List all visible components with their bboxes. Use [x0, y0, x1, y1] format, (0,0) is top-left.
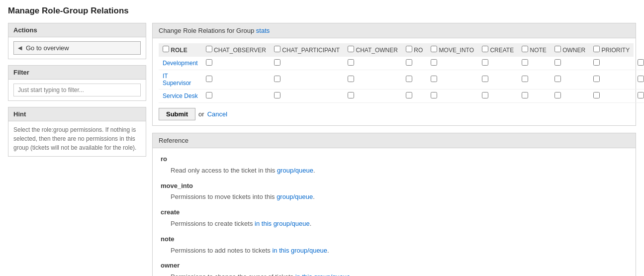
col-priority-checkbox[interactable]	[593, 46, 600, 52]
perm-cell-chat_observer	[270, 70, 344, 90]
perm-checkbox-service-desk-create[interactable]	[522, 92, 528, 98]
perm-cell-create	[518, 70, 551, 90]
or-text: or	[198, 110, 204, 118]
perm-checkbox-development-ro[interactable]	[431, 59, 437, 66]
role-link[interactable]: IT Supervisor	[163, 73, 191, 87]
perm-checkbox-development-chat_observer[interactable]	[274, 59, 280, 66]
col-chat-observer-checkbox[interactable]	[206, 46, 212, 52]
perm-checkbox-development-priority[interactable]	[638, 59, 644, 66]
perm-checkbox-it-supervisor-create[interactable]	[522, 76, 528, 82]
perm-cell-create	[518, 57, 551, 70]
actions-section: Actions ◀ Go to overview	[8, 23, 146, 59]
perm-checkbox-it-supervisor-chat_participant[interactable]	[348, 76, 354, 82]
perm-cell-chat_observer	[270, 90, 344, 103]
hint-body: Select the role:group permissions. If no…	[8, 121, 146, 156]
perm-checkbox-development-owner[interactable]	[593, 59, 600, 66]
perm-cell-ro	[427, 90, 478, 103]
perm-cell-priority	[634, 90, 644, 103]
col-chat-participant: CHAT_PARTICIPANT	[270, 43, 344, 57]
perm-checkbox-service-desk-ro[interactable]	[431, 92, 437, 98]
perm-cell-chat_participant	[344, 90, 402, 103]
go-to-overview-button[interactable]: ◀ Go to overview	[13, 41, 141, 55]
col-create-checkbox[interactable]	[482, 46, 488, 52]
col-role-checkbox[interactable]	[163, 46, 169, 52]
reference-section: Reference roRead only access to the tick…	[152, 133, 636, 276]
role-row-checkbox-cell	[202, 90, 270, 103]
role-link[interactable]: Development	[163, 60, 198, 67]
role-name-cell: Service Desk	[159, 90, 202, 103]
perm-cell-priority	[634, 57, 644, 70]
ref-entry-title: owner	[161, 261, 628, 271]
table-row: Service Desk	[159, 90, 644, 103]
col-chat-participant-checkbox[interactable]	[274, 46, 280, 52]
perm-cell-chat_owner	[402, 90, 427, 103]
reference-entry: createPermissions to create tickets in t…	[161, 207, 628, 229]
arrow-left-icon: ◀	[18, 45, 22, 51]
group-name: stats	[256, 27, 270, 34]
ref-entry-title: create	[161, 207, 628, 218]
role-row-checkbox-2[interactable]	[206, 92, 212, 98]
perm-cell-owner	[589, 57, 634, 70]
table-row: IT Supervisor	[159, 70, 644, 90]
ref-highlight: group/queue	[277, 167, 313, 174]
ref-entry-title: move_into	[161, 181, 628, 191]
submit-button[interactable]: Submit	[159, 108, 195, 120]
perm-checkbox-it-supervisor-note[interactable]	[554, 76, 561, 82]
perm-checkbox-development-note[interactable]	[554, 59, 561, 66]
col-note-checkbox[interactable]	[522, 46, 528, 52]
perm-checkbox-service-desk-move_into[interactable]	[482, 92, 488, 98]
perm-checkbox-development-chat_participant[interactable]	[348, 59, 354, 66]
col-owner-checkbox[interactable]	[554, 46, 561, 52]
filter-body	[8, 80, 146, 100]
col-chat-owner-checkbox[interactable]	[348, 46, 354, 52]
perm-checkbox-service-desk-chat_participant[interactable]	[348, 92, 354, 98]
perm-checkbox-development-move_into[interactable]	[482, 59, 488, 66]
filter-header: Filter	[8, 66, 146, 80]
perm-cell-move_into	[478, 57, 518, 70]
perm-cell-ro	[427, 70, 478, 90]
perm-checkbox-it-supervisor-chat_observer[interactable]	[274, 76, 280, 82]
perm-checkbox-it-supervisor-move_into[interactable]	[482, 76, 488, 82]
perm-checkbox-development-create[interactable]	[522, 59, 528, 66]
perm-checkbox-it-supervisor-ro[interactable]	[431, 76, 437, 82]
perm-checkbox-service-desk-priority[interactable]	[638, 92, 644, 98]
perm-checkbox-service-desk-note[interactable]	[554, 92, 561, 98]
main-content: Change Role Relations for Group stats RO…	[152, 23, 636, 276]
perm-checkbox-service-desk-owner[interactable]	[593, 92, 600, 98]
hint-header: Hint	[8, 107, 146, 121]
perm-cell-chat_participant	[344, 57, 402, 70]
col-ro: RO	[402, 43, 427, 57]
perm-checkbox-it-supervisor-chat_owner[interactable]	[406, 76, 412, 82]
ref-entry-desc: Permissions to change the owner of ticke…	[161, 273, 352, 276]
perm-checkbox-development-chat_owner[interactable]	[406, 59, 412, 66]
col-owner: OWNER	[551, 43, 589, 57]
layout: Actions ◀ Go to overview Filter Hint	[8, 23, 636, 276]
perm-checkbox-it-supervisor-owner[interactable]	[593, 76, 600, 82]
go-to-overview-label: Go to overview	[26, 44, 69, 52]
perm-checkbox-service-desk-chat_observer[interactable]	[274, 92, 280, 98]
ref-highlight: in this group/queue	[295, 273, 351, 276]
col-ro-checkbox[interactable]	[406, 46, 412, 52]
ref-entry-title: note	[161, 234, 628, 245]
role-link[interactable]: Service Desk	[163, 92, 198, 99]
ref-entry-desc: Permissions to move tickets into this gr…	[161, 193, 315, 200]
perm-cell-owner	[589, 70, 634, 90]
col-move-into-checkbox[interactable]	[431, 46, 437, 52]
perm-cell-ro	[427, 57, 478, 70]
role-row-checkbox-1[interactable]	[206, 76, 212, 82]
change-role-header-prefix: Change Role Relations for Group	[159, 27, 254, 34]
col-role: ROLE	[159, 43, 202, 57]
reference-header: Reference	[153, 133, 636, 148]
perm-cell-chat_owner	[402, 70, 427, 90]
cancel-link[interactable]: Cancel	[207, 110, 227, 118]
ref-highlight: in this group/queue	[272, 247, 327, 254]
actions-header: Actions	[8, 23, 146, 37]
perm-cell-note	[551, 70, 589, 90]
filter-input[interactable]	[13, 84, 141, 96]
role-name-cell: Development	[159, 57, 202, 70]
perm-checkbox-it-supervisor-priority[interactable]	[638, 76, 644, 82]
perm-cell-chat_owner	[402, 57, 427, 70]
role-row-checkbox-0[interactable]	[206, 59, 212, 66]
form-actions: Submit or Cancel	[159, 108, 630, 120]
perm-checkbox-service-desk-chat_owner[interactable]	[406, 92, 412, 98]
